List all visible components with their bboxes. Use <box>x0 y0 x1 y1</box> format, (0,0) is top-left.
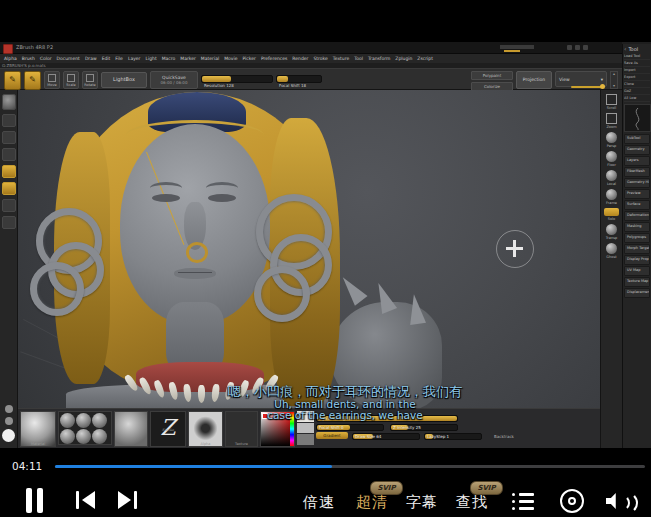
playback-speed-button[interactable]: 倍速 <box>303 493 335 512</box>
canvas-cursor-crosshair[interactable] <box>496 230 534 268</box>
right-shelf-button[interactable]: Scroll <box>606 94 617 110</box>
document-tab[interactable] <box>500 45 534 49</box>
tool-action-button[interactable]: Export <box>624 74 650 81</box>
right-shelf-button[interactable]: Local <box>606 170 617 186</box>
quality-button[interactable]: 超清 <box>356 493 388 512</box>
menu-item[interactable]: Material <box>201 56 219 61</box>
focal-shift-slider-2[interactable]: Focal Shift 0 <box>316 424 384 431</box>
transform-mode-button[interactable]: Rotate <box>82 71 98 89</box>
menu-item[interactable]: Marker <box>180 56 196 61</box>
menu-item[interactable]: Tool <box>354 56 363 61</box>
tool-subpalette-header[interactable]: Preview <box>624 189 650 199</box>
left-shelf-button[interactable] <box>2 148 16 161</box>
right-shelf-button[interactable]: Frame <box>606 189 617 205</box>
left-shelf-button[interactable] <box>3 233 15 401</box>
menu-item[interactable]: Color <box>40 56 52 61</box>
window-controls[interactable] <box>567 45 588 50</box>
shelf-gold-slider[interactable] <box>571 86 601 88</box>
backtrack-toggle[interactable]: Backtrack <box>494 434 514 439</box>
menu-item[interactable]: File <box>115 56 123 61</box>
tool-subpalette-header[interactable]: FiberMesh <box>624 167 650 177</box>
gradient-toggle[interactable]: Gradient <box>316 432 348 439</box>
right-shelf-button[interactable]: Zoom <box>606 113 617 129</box>
lightbox-button[interactable]: LightBox <box>101 72 147 88</box>
transform-mode-button[interactable]: Scale <box>63 71 79 89</box>
right-shelf-button[interactable]: Floor <box>606 151 617 167</box>
record-icon[interactable] <box>560 489 584 513</box>
edit-mode-button[interactable]: ✎ <box>24 71 41 90</box>
projection-button[interactable]: Projection <box>516 71 552 89</box>
previous-button[interactable] <box>76 491 98 511</box>
left-shelf-button[interactable] <box>2 165 16 178</box>
tool-subpalette-header[interactable]: Morph Target <box>624 244 650 254</box>
menu-item[interactable]: Movie <box>224 56 237 61</box>
right-shelf-button[interactable]: Ghost <box>606 243 617 259</box>
menu-item[interactable]: Zplugin <box>395 56 412 61</box>
texture-thumbnail[interactable]: Texture <box>225 411 258 447</box>
menu-item[interactable]: Transform <box>368 56 390 61</box>
tool-subpalette-header[interactable]: Display Prop <box>624 255 650 265</box>
playlist-icon[interactable] <box>512 492 534 511</box>
find-button[interactable]: 查找 <box>456 493 488 512</box>
tool-action-button[interactable]: Import <box>624 67 650 74</box>
menu-item[interactable]: Light <box>145 56 156 61</box>
z-intensity-slider[interactable]: Z Intensity 25 <box>390 424 458 431</box>
material-thumbnail-alt[interactable] <box>114 411 148 447</box>
progress-bar[interactable] <box>55 465 645 468</box>
sculpt-canvas[interactable] <box>18 90 600 408</box>
tool-action-button[interactable]: Save As <box>624 60 650 67</box>
tool-palette-header[interactable]: ‹ Tool <box>624 45 650 53</box>
next-button[interactable] <box>118 491 140 511</box>
left-shelf-button[interactable] <box>2 216 16 229</box>
tool-subpalette-header[interactable]: Polygroups <box>624 233 650 243</box>
resolution-slider[interactable]: Resolution 128 <box>201 75 273 83</box>
material-thumbnail[interactable]: Material <box>20 411 56 447</box>
pause-button[interactable] <box>24 488 46 513</box>
subtitle-button[interactable]: 字幕 <box>406 493 438 512</box>
stroke-thumbnail[interactable]: Z Stroke <box>150 411 186 447</box>
menu-item[interactable]: Render <box>292 56 308 61</box>
left-shelf-button[interactable] <box>5 417 13 425</box>
tool-subpalette-header[interactable]: Geometry HD <box>624 178 650 188</box>
menu-item[interactable]: Texture <box>333 56 349 61</box>
left-shelf-button[interactable] <box>2 182 16 195</box>
menu-item[interactable]: Zscript <box>417 56 433 61</box>
tool-subpalette-header[interactable]: Layers <box>624 156 650 166</box>
left-shelf-button[interactable] <box>2 429 15 442</box>
tool-subpalette-header[interactable]: SubTool <box>624 134 650 144</box>
menu-item[interactable]: Stroke <box>313 56 327 61</box>
menu-item[interactable]: Document <box>57 56 80 61</box>
shelf-gold-slider-knob[interactable] <box>600 84 605 89</box>
shelf-scrollbar[interactable]: ▴ ▾ <box>610 71 618 89</box>
left-shelf-button[interactable] <box>2 199 16 212</box>
left-shelf-button[interactable] <box>5 405 13 413</box>
volume-icon[interactable] <box>606 490 632 512</box>
quicksave-button[interactable]: QuickSave 06:00 / 06:00 <box>150 71 198 89</box>
tool-subpalette-header[interactable]: Deformation <box>624 211 650 221</box>
alpha-thumbnail[interactable]: Alpha <box>188 411 223 447</box>
tool-subpalette-header[interactable]: Displacement <box>624 288 650 298</box>
transform-mode-button[interactable]: Move <box>44 71 60 89</box>
menu-item[interactable]: Alpha <box>4 56 17 61</box>
material-quick-picks[interactable] <box>58 411 112 445</box>
menu-item[interactable]: Draw <box>85 56 97 61</box>
menu-item[interactable]: Layer <box>128 56 141 61</box>
lazystep-slider[interactable]: LazyStep 1 <box>424 433 482 440</box>
tool-subpalette-header[interactable]: Texture Map <box>624 277 650 287</box>
tool-subpalette-header[interactable]: Surface <box>624 200 650 210</box>
draw-size-slider[interactable]: Draw Size 64 <box>352 433 420 440</box>
menu-item[interactable]: Brush <box>22 56 35 61</box>
draw-mode-button[interactable]: ✎ <box>4 71 21 90</box>
tool-subpalette-header[interactable]: UV Map <box>624 266 650 276</box>
right-shelf-button[interactable]: Transp <box>606 224 617 240</box>
focal-shift-slider[interactable]: Focal Shift 18 <box>276 75 322 83</box>
tool-action-button[interactable]: Clone <box>624 81 650 88</box>
menu-item[interactable]: Picker <box>242 56 255 61</box>
tool-action-button[interactable]: Load Tool <box>624 53 650 60</box>
right-shelf-button[interactable]: Solo <box>604 208 619 221</box>
tool-subpalette-header[interactable]: Geometry <box>624 145 650 155</box>
menu-item[interactable]: Preferences <box>261 56 287 61</box>
menu-item[interactable]: Macro <box>162 56 176 61</box>
tool-action-button[interactable]: All Low <box>624 95 650 102</box>
right-shelf-button[interactable]: Persp <box>606 132 617 148</box>
